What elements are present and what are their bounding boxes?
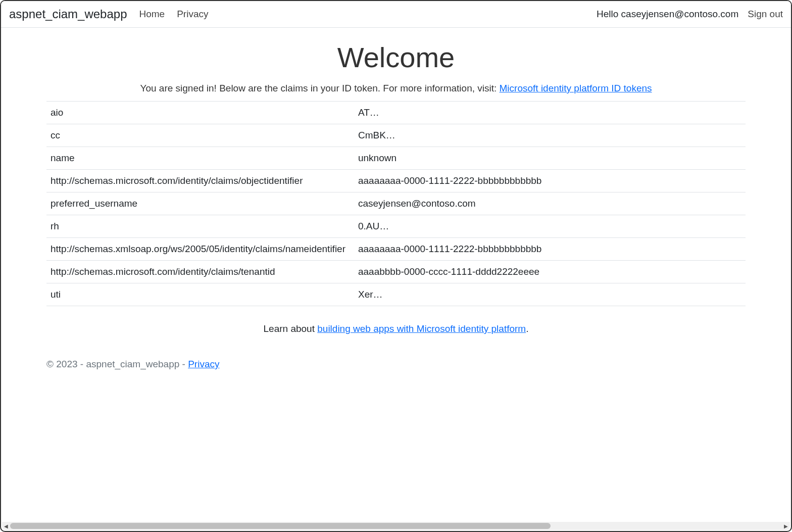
- learn-link[interactable]: building web apps with Microsoft identit…: [317, 323, 526, 334]
- table-row: ccCmBK…: [46, 124, 746, 147]
- scroll-track[interactable]: [10, 522, 782, 530]
- claim-value: CmBK…: [354, 124, 746, 147]
- scroll-left-arrow-icon[interactable]: ◀: [2, 522, 10, 530]
- claim-value: Xer…: [354, 283, 746, 306]
- main-content: Welcome You are signed in! Below are the…: [1, 28, 791, 340]
- claim-value: unknown: [354, 147, 746, 170]
- footer-privacy-link[interactable]: Privacy: [188, 359, 219, 369]
- claim-value: AT…: [354, 102, 746, 124]
- signout-link[interactable]: Sign out: [748, 9, 783, 20]
- scroll-right-arrow-icon[interactable]: ▶: [782, 522, 790, 530]
- nav-privacy[interactable]: Privacy: [177, 9, 208, 20]
- claim-name: name: [46, 147, 354, 170]
- table-row: nameunknown: [46, 147, 746, 170]
- claims-table: aioAT…ccCmBK…nameunknownhttp://schemas.m…: [46, 101, 746, 306]
- footer-text: © 2023 - aspnet_ciam_webapp -: [46, 359, 188, 369]
- table-row: http://schemas.microsoft.com/identity/cl…: [46, 261, 746, 283]
- claim-name: http://schemas.microsoft.com/identity/cl…: [46, 261, 354, 283]
- claim-value: aaaaaaaa-0000-1111-2222-bbbbbbbbbbbb: [354, 170, 746, 192]
- claim-name: cc: [46, 124, 354, 147]
- claim-value: caseyjensen@contoso.com: [354, 192, 746, 215]
- id-tokens-link[interactable]: Microsoft identity platform ID tokens: [500, 83, 652, 93]
- table-row: aioAT…: [46, 102, 746, 124]
- claim-name: preferred_username: [46, 192, 354, 215]
- learn-text: Learn about building web apps with Micro…: [46, 323, 746, 334]
- table-row: preferred_usernamecaseyjensen@contoso.co…: [46, 192, 746, 215]
- claim-name: http://schemas.microsoft.com/identity/cl…: [46, 170, 354, 192]
- table-row: http://schemas.xmlsoap.org/ws/2005/05/id…: [46, 238, 746, 261]
- claim-name: http://schemas.xmlsoap.org/ws/2005/05/id…: [46, 238, 354, 261]
- intro-prefix: You are signed in! Below are the claims …: [140, 83, 499, 93]
- brand-link[interactable]: aspnet_ciam_webapp: [9, 7, 127, 21]
- navbar: aspnet_ciam_webapp Home Privacy Hello ca…: [1, 1, 791, 28]
- intro-text: You are signed in! Below are the claims …: [46, 83, 746, 94]
- nav-home[interactable]: Home: [139, 9, 165, 20]
- hello-user: Hello caseyjensen@contoso.com: [597, 9, 738, 20]
- navbar-left: aspnet_ciam_webapp Home Privacy: [9, 7, 208, 21]
- horizontal-scrollbar[interactable]: ◀ ▶: [2, 522, 790, 530]
- footer: © 2023 - aspnet_ciam_webapp - Privacy: [1, 351, 791, 378]
- scroll-thumb[interactable]: [10, 523, 551, 529]
- table-row: utiXer…: [46, 283, 746, 306]
- claim-value: 0.AU…: [354, 215, 746, 238]
- table-row: rh0.AU…: [46, 215, 746, 238]
- learn-suffix: .: [526, 323, 528, 334]
- learn-prefix: Learn about: [264, 323, 318, 334]
- claim-value: aaaaaaaa-0000-1111-2222-bbbbbbbbbbbb: [354, 238, 746, 261]
- claim-name: rh: [46, 215, 354, 238]
- claim-value: aaaabbbb-0000-cccc-1111-dddd2222eeee: [354, 261, 746, 283]
- table-row: http://schemas.microsoft.com/identity/cl…: [46, 170, 746, 192]
- navbar-right: Hello caseyjensen@contoso.com Sign out: [597, 9, 783, 20]
- claim-name: uti: [46, 283, 354, 306]
- claim-name: aio: [46, 102, 354, 124]
- page-title: Welcome: [46, 41, 746, 74]
